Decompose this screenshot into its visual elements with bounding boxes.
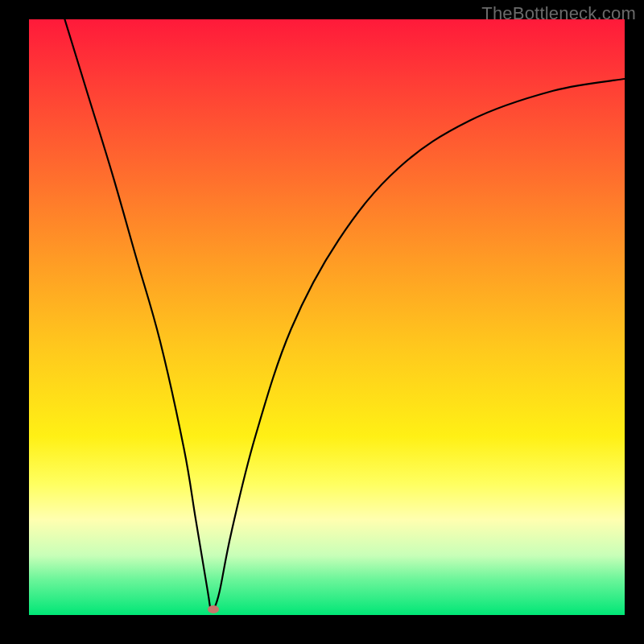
bottleneck-curve xyxy=(29,19,625,615)
plot-area xyxy=(29,19,625,615)
chart-frame: TheBottleneck.com xyxy=(0,0,644,644)
optimal-point-marker xyxy=(208,605,219,613)
